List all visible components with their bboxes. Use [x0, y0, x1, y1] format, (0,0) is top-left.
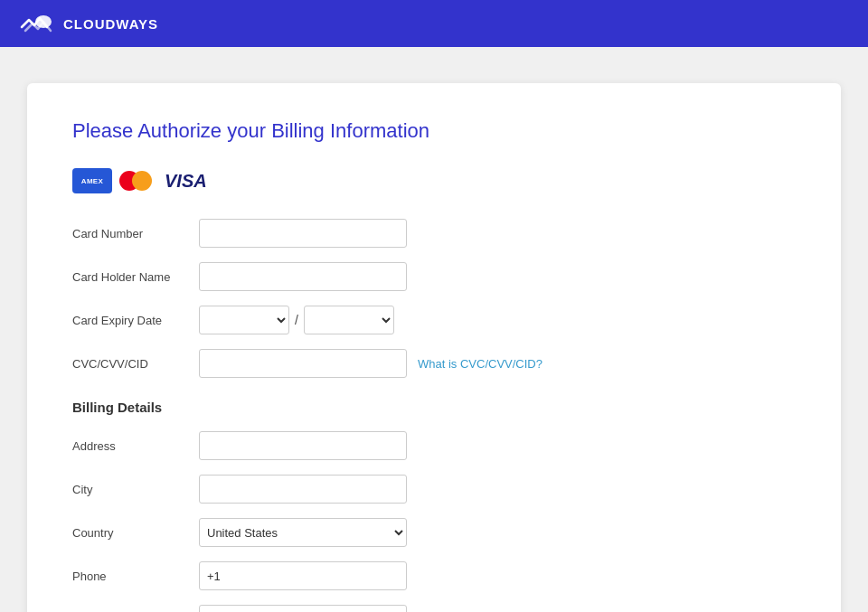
logo-container: CLOUDWAYS — [18, 11, 158, 36]
city-input[interactable] — [199, 475, 407, 504]
header: CLOUDWAYS — [0, 0, 868, 47]
form-card: Please Authorize your Billing Informatio… — [27, 83, 841, 612]
address-input[interactable] — [199, 431, 407, 460]
card-logos: AMEX VISA — [72, 168, 796, 193]
billing-section-title: Billing Details — [72, 400, 796, 415]
page-title: Please Authorize your Billing Informatio… — [72, 119, 796, 143]
address-row: Address — [72, 431, 796, 460]
cvc-input-row: What is CVC/CVV/CID? — [199, 349, 542, 378]
logo-text: CLOUDWAYS — [63, 16, 158, 32]
iam-select[interactable]: An Individual A Business — [199, 605, 407, 612]
city-label: City — [72, 483, 199, 496]
expiry-separator: / — [295, 313, 298, 327]
phone-label: Phone — [72, 570, 199, 583]
country-select[interactable]: United States United Kingdom Canada Aust… — [199, 518, 407, 547]
expiry-year-select[interactable]: 2024 2025 2026 2027 2028 2029 2030 — [304, 306, 394, 334]
card-number-label: Card Number — [72, 227, 199, 240]
card-number-input[interactable] — [199, 219, 407, 248]
card-holder-label: Card Holder Name — [72, 270, 199, 284]
mastercard-logo — [116, 168, 156, 193]
expiry-selects: 01 02 03 04 05 06 07 08 09 10 11 12 / 20… — [199, 306, 394, 334]
phone-row: Phone — [72, 561, 796, 590]
expiry-month-select[interactable]: 01 02 03 04 05 06 07 08 09 10 11 12 — [199, 306, 289, 334]
country-label: Country — [72, 526, 199, 540]
iam-row: I am An Individual A Business — [72, 605, 796, 612]
expiry-label: Card Expiry Date — [72, 314, 199, 327]
city-row: City — [72, 475, 796, 504]
expiry-row: Card Expiry Date 01 02 03 04 05 06 07 08… — [72, 306, 796, 334]
phone-input[interactable] — [199, 561, 407, 590]
card-holder-input[interactable] — [199, 262, 407, 291]
address-label: Address — [72, 439, 199, 453]
card-holder-row: Card Holder Name — [72, 262, 796, 291]
visa-logo: VISA — [159, 169, 212, 193]
card-number-row: Card Number — [72, 219, 796, 248]
cvc-row: CVC/CVV/CID What is CVC/CVV/CID? — [72, 349, 796, 378]
cvc-help-link[interactable]: What is CVC/CVV/CID? — [418, 357, 542, 371]
cvc-input[interactable] — [199, 349, 407, 378]
cvc-label: CVC/CVV/CID — [72, 357, 199, 371]
main-content: Please Authorize your Billing Informatio… — [0, 47, 868, 612]
svg-point-0 — [35, 15, 52, 28]
amex-logo: AMEX — [72, 168, 112, 193]
cloudways-logo-icon — [18, 11, 54, 36]
country-row: Country United States United Kingdom Can… — [72, 518, 796, 547]
